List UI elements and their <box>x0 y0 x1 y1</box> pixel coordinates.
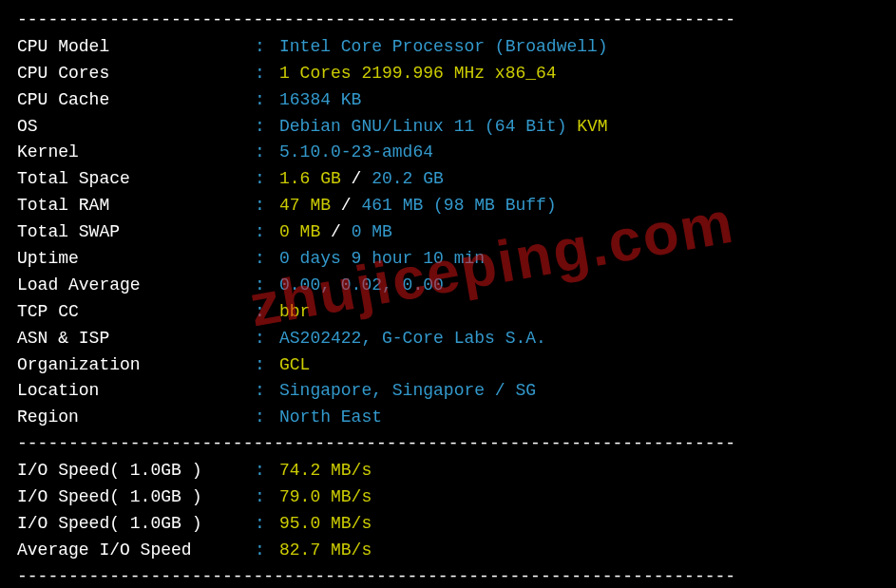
value-cpu-cores: 1 Cores 2199.996 MHz x86_64 <box>279 61 557 87</box>
divider-bottom: ----------------------------------------… <box>17 564 879 588</box>
label-cpu-cache: CPU Cache <box>17 87 255 114</box>
colon: : <box>255 193 279 219</box>
value-load-average: 0.00, 0.02, 0.00 <box>279 273 444 299</box>
row-cpu-model: CPU Model : Intel Core Processor (Broadw… <box>17 34 879 61</box>
colon: : <box>255 352 279 379</box>
divider-top: ----------------------------------------… <box>17 8 879 34</box>
row-cpu-cores: CPU Cores : 1 Cores 2199.996 MHz x86_64 <box>17 61 879 87</box>
colon: : <box>255 326 279 352</box>
row-total-ram: Total RAM : 47 MB / 461 MB (98 MB Buff) <box>17 193 879 219</box>
value-kernel: 5.10.0-23-amd64 <box>279 140 433 166</box>
label-os: OS <box>17 114 255 141</box>
value-os: Debian GNU/Linux 11 (64 Bit) <box>279 114 577 141</box>
label-io-speed: I/O Speed( 1.0GB ) <box>17 458 255 484</box>
value-tcp-cc: bbr <box>279 299 310 326</box>
colon: : <box>255 87 279 114</box>
label-total-swap: Total SWAP <box>17 219 255 246</box>
label-organization: Organization <box>17 352 255 379</box>
value-io-speed: 79.0 MB/s <box>279 484 372 511</box>
label-cpu-cores: CPU Cores <box>17 61 255 87</box>
value-uptime: 0 days 9 hour 10 min <box>279 246 485 273</box>
colon: : <box>255 140 279 166</box>
row-uptime: Uptime : 0 days 9 hour 10 min <box>17 246 879 273</box>
colon: : <box>255 405 279 431</box>
value-total-space-used: 1.6 GB <box>279 166 341 193</box>
value-io-speed: 95.0 MB/s <box>279 511 372 538</box>
value-total-ram-total: 461 MB <box>361 193 423 219</box>
label-total-space: Total Space <box>17 166 255 193</box>
row-os: OS : Debian GNU/Linux 11 (64 Bit) KVM <box>17 114 879 141</box>
value-asn-isp: AS202422, G-Core Labs S.A. <box>279 326 546 352</box>
label-cpu-model: CPU Model <box>17 34 255 61</box>
colon: : <box>255 484 279 511</box>
label-io-speed: I/O Speed( 1.0GB ) <box>17 484 255 511</box>
row-kernel: Kernel : 5.10.0-23-amd64 <box>17 140 879 166</box>
value-total-swap-used: 0 MB <box>279 219 320 246</box>
row-io-speed-1: I/O Speed( 1.0GB ) : 74.2 MB/s <box>17 458 879 484</box>
label-asn-isp: ASN & ISP <box>17 326 255 352</box>
label-io-speed: I/O Speed( 1.0GB ) <box>17 511 255 538</box>
sep: / <box>331 193 361 219</box>
row-average-io-speed: Average I/O Speed : 82.7 MB/s <box>17 538 879 564</box>
value-cpu-model: Intel Core Processor (Broadwell) <box>279 34 608 61</box>
value-location: Singapore, Singapore / SG <box>279 378 536 405</box>
colon: : <box>255 34 279 61</box>
value-io-speed: 74.2 MB/s <box>279 458 372 484</box>
colon: : <box>255 219 279 246</box>
value-total-swap-total: 0 MB <box>352 219 392 246</box>
colon: : <box>255 166 279 193</box>
row-location: Location : Singapore, Singapore / SG <box>17 378 879 405</box>
value-cpu-cache: 16384 KB <box>279 87 361 114</box>
colon: : <box>255 61 279 87</box>
label-region: Region <box>17 405 255 431</box>
colon: : <box>255 511 279 538</box>
colon: : <box>255 538 279 564</box>
colon: : <box>255 273 279 299</box>
label-total-ram: Total RAM <box>17 193 255 219</box>
row-organization: Organization : GCL <box>17 352 879 379</box>
label-average-io-speed: Average I/O Speed <box>17 538 255 564</box>
row-tcp-cc: TCP CC : bbr <box>17 299 879 326</box>
value-total-ram-buff: (98 MB Buff) <box>423 193 556 219</box>
row-region: Region : North East <box>17 405 879 431</box>
row-asn-isp: ASN & ISP : AS202422, G-Core Labs S.A. <box>17 326 879 352</box>
label-tcp-cc: TCP CC <box>17 299 255 326</box>
row-io-speed-3: I/O Speed( 1.0GB ) : 95.0 MB/s <box>17 511 879 538</box>
colon: : <box>255 114 279 141</box>
label-load-average: Load Average <box>17 273 255 299</box>
value-total-space-total: 20.2 GB <box>372 166 444 193</box>
divider-mid: ----------------------------------------… <box>17 431 879 458</box>
row-total-space: Total Space : 1.6 GB / 20.2 GB <box>17 166 879 193</box>
value-os-suffix: KVM <box>577 114 607 141</box>
value-organization: GCL <box>279 352 310 379</box>
row-load-average: Load Average : 0.00, 0.02, 0.00 <box>17 273 879 299</box>
value-total-ram-used: 47 MB <box>279 193 331 219</box>
label-kernel: Kernel <box>17 140 255 166</box>
value-region: North East <box>279 405 382 431</box>
colon: : <box>255 378 279 405</box>
row-io-speed-2: I/O Speed( 1.0GB ) : 79.0 MB/s <box>17 484 879 511</box>
colon: : <box>255 458 279 484</box>
sep: / <box>341 166 372 193</box>
colon: : <box>255 246 279 273</box>
label-location: Location <box>17 378 255 405</box>
value-average-io-speed: 82.7 MB/s <box>279 538 372 564</box>
sep: / <box>320 219 351 246</box>
colon: : <box>255 299 279 326</box>
row-total-swap: Total SWAP : 0 MB / 0 MB <box>17 219 879 246</box>
row-cpu-cache: CPU Cache : 16384 KB <box>17 87 879 114</box>
label-uptime: Uptime <box>17 246 255 273</box>
